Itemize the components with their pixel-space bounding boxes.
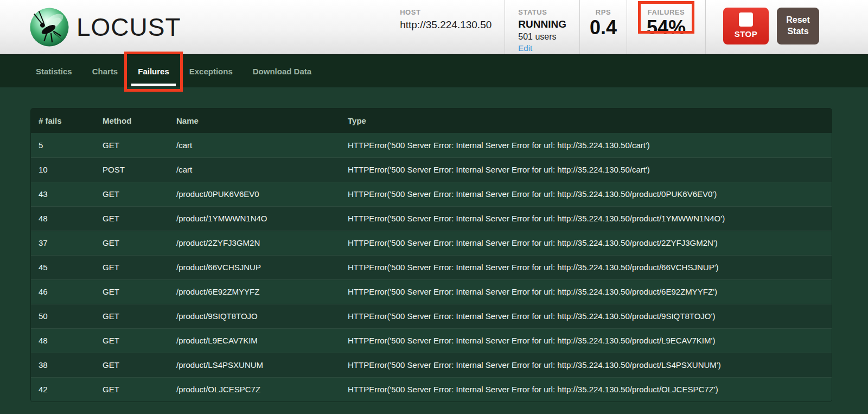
failures-label: FAILURES [640,8,692,16]
rps-label: RPS [590,8,617,16]
cell-fails: 5 [31,133,95,157]
cell-method: GET [95,304,169,328]
cell-method: GET [95,231,169,255]
main-nav: Statistics Charts Failures Exceptions Do… [0,54,868,87]
locust-sphere-icon [29,7,69,47]
cell-fails: 43 [31,182,95,206]
table-row: 10 POST /cart HTTPError('500 Server Erro… [31,157,832,182]
cell-method: GET [95,328,169,353]
cell-type: HTTPError('500 Server Error: Internal Se… [340,304,832,328]
user-count: 501 users [518,32,566,42]
col-header-fails: # fails [31,109,95,133]
cell-fails: 10 [31,157,95,182]
cell-name: /product/0PUK6V6EV0 [169,182,340,206]
failures-stat: FAILURES 54% [627,0,706,54]
cell-fails: 45 [31,255,95,279]
cell-fails: 38 [31,353,95,377]
tab-failures[interactable]: Failures [131,55,176,87]
tab-failures-label: Failures [138,67,169,76]
cell-method: GET [95,182,169,206]
col-header-method: Method [95,109,169,133]
host-label: HOST [400,8,492,16]
cell-name: /product/66VCHSJNUP [169,255,340,279]
cell-method: GET [95,133,169,157]
rps-value: 0.4 [590,16,617,39]
header-stats: HOST http://35.224.130.50 STATUS RUNNING… [387,0,868,54]
cell-fails: 46 [31,279,95,304]
status-stat: STATUS RUNNING 501 users Edit [505,0,579,54]
cell-type: HTTPError('500 Server Error: Internal Se… [340,182,832,206]
failures-value: 54% [640,16,692,39]
status-value: RUNNING [518,18,566,30]
cell-type: HTTPError('500 Server Error: Internal Se… [340,206,832,231]
cell-name: /product/1YMWWN1N4O [169,206,340,231]
logo-wordmark: LOCUST [76,12,181,42]
cell-fails: 50 [31,304,95,328]
table-row: 50 GET /product/9SIQT8TOJO HTTPError('50… [31,304,832,328]
table-row: 48 GET /product/1YMWWN1N4O HTTPError('50… [31,206,832,231]
cell-method: GET [95,377,169,402]
cell-method: GET [95,206,169,231]
locust-logo: LOCUST [29,7,181,47]
cell-fails: 48 [31,328,95,353]
failures-table: # fails Method Name Type 5 GET /cart HTT… [31,109,832,402]
table-row: 42 GET /product/OLJCESPC7Z HTTPError('50… [31,377,832,402]
cell-method: GET [95,279,169,304]
cell-name: /product/L9ECAV7KIM [169,328,340,353]
top-bar: LOCUST HOST http://35.224.130.50 STATUS … [0,0,868,54]
status-label: STATUS [518,8,566,16]
stop-button[interactable]: STOP [723,8,769,44]
cell-method: POST [95,157,169,182]
cell-name: /cart [169,157,340,182]
edit-users-link[interactable]: Edit [518,43,566,53]
tab-exceptions[interactable]: Exceptions [183,55,239,87]
stop-button-label: STOP [735,29,758,39]
table-row: 45 GET /product/66VCHSJNUP HTTPError('50… [31,255,832,279]
host-value: http://35.224.130.50 [400,19,492,31]
tab-statistics[interactable]: Statistics [29,55,79,87]
cell-type: HTTPError('500 Server Error: Internal Se… [340,377,832,402]
cell-method: GET [95,353,169,377]
cell-method: GET [95,255,169,279]
table-header-row: # fails Method Name Type [31,109,832,133]
table-row: 48 GET /product/L9ECAV7KIM HTTPError('50… [31,328,832,353]
cell-name: /product/9SIQT8TOJO [169,304,340,328]
reset-stats-button[interactable]: Reset Stats [777,8,819,44]
stop-square-icon [739,12,753,27]
cell-type: HTTPError('500 Server Error: Internal Se… [340,328,832,353]
table-row: 37 GET /product/2ZYFJ3GM2N HTTPError('50… [31,231,832,255]
cell-type: HTTPError('500 Server Error: Internal Se… [340,231,832,255]
header-buttons: STOP Reset Stats [723,0,819,54]
failures-table-container: # fails Method Name Type 5 GET /cart HTT… [30,108,832,402]
host-stat: HOST http://35.224.130.50 [387,0,505,54]
cell-name: /cart [169,133,340,157]
cell-type: HTTPError('500 Server Error: Internal Se… [340,279,832,304]
tab-charts[interactable]: Charts [86,55,125,87]
locust-app: LOCUST HOST http://35.224.130.50 STATUS … [0,0,868,414]
cell-name: /product/LS4PSXUNUM [169,353,340,377]
table-row: 5 GET /cart HTTPError('500 Server Error:… [31,133,832,157]
rps-stat: RPS 0.4 [579,0,627,54]
cell-type: HTTPError('500 Server Error: Internal Se… [340,353,832,377]
table-row: 38 GET /product/LS4PSXUNUM HTTPError('50… [31,353,832,377]
cell-fails: 42 [31,377,95,402]
cell-type: HTTPError('500 Server Error: Internal Se… [340,133,832,157]
failures-page: # fails Method Name Type 5 GET /cart HTT… [0,87,868,402]
cell-type: HTTPError('500 Server Error: Internal Se… [340,255,832,279]
col-header-name: Name [169,109,340,133]
cell-name: /product/2ZYFJ3GM2N [169,231,340,255]
cell-fails: 37 [31,231,95,255]
tab-download-data[interactable]: Download Data [246,55,318,87]
cell-name: /product/6E92ZMYYFZ [169,279,340,304]
cell-fails: 48 [31,206,95,231]
col-header-type: Type [340,109,832,133]
table-row: 46 GET /product/6E92ZMYYFZ HTTPError('50… [31,279,832,304]
table-row: 43 GET /product/0PUK6V6EV0 HTTPError('50… [31,182,832,206]
cell-name: /product/OLJCESPC7Z [169,377,340,402]
failures-table-body: 5 GET /cart HTTPError('500 Server Error:… [31,133,832,402]
cell-type: HTTPError('500 Server Error: Internal Se… [340,157,832,182]
